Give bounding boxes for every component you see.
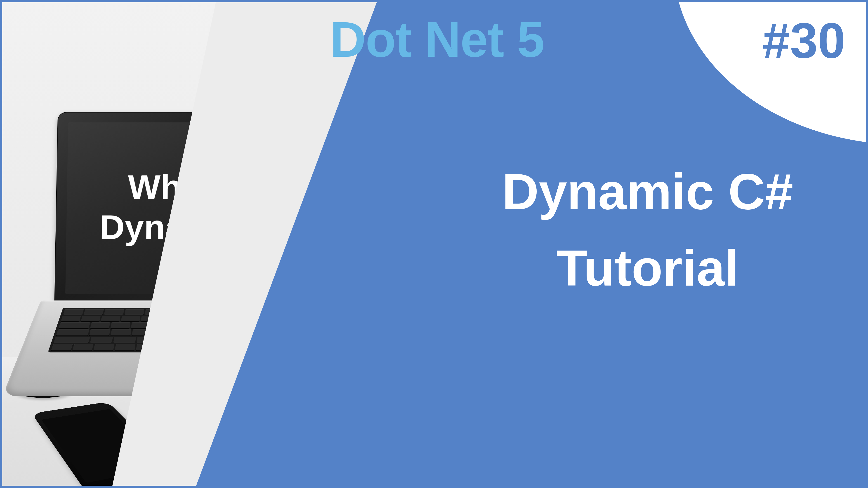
screen-question-text: Why use Dynamic C# — [99, 167, 299, 248]
headline: Dynamic C# Tutorial — [461, 154, 834, 306]
headline-line-1: Dynamic C# — [461, 154, 834, 230]
headline-line-2: Tutorial — [461, 230, 834, 306]
series-title: Dot Net 5 — [330, 13, 544, 66]
thumbnail-stage: Why use Dynamic C# — [0, 0, 868, 488]
webcam-icon — [197, 116, 201, 120]
episode-number-badge: #30 — [763, 16, 845, 66]
